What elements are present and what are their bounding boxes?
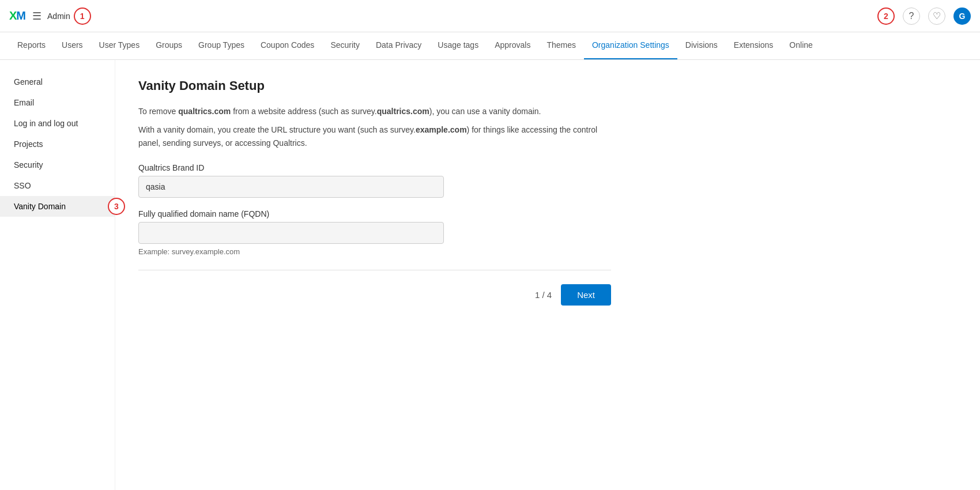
badge-3: 3 [108, 198, 125, 215]
sidebar-item-login-logout[interactable]: Log in and log out [0, 113, 115, 134]
tab-security[interactable]: Security [322, 32, 368, 60]
tab-coupon-codes[interactable]: Coupon Codes [252, 32, 322, 60]
tab-approvals[interactable]: Approvals [487, 32, 538, 60]
tab-themes[interactable]: Themes [538, 32, 584, 60]
brand-id-label: Qualtrics Brand ID [138, 163, 611, 172]
tab-group-types[interactable]: Group Types [190, 32, 252, 60]
xm-logo-text: XM [9, 9, 25, 22]
fqdn-label: Fully qualified domain name (FQDN) [138, 209, 611, 218]
next-button[interactable]: Next [561, 284, 611, 306]
nav-tabs: Reports Users User Types Groups Group Ty… [0, 32, 980, 60]
topbar: XM ☰ Admin 1 2 ? ♡ G [0, 0, 980, 32]
sidebar-item-sso[interactable]: SSO [0, 175, 115, 196]
tab-data-privacy[interactable]: Data Privacy [368, 32, 429, 60]
bell-icon[interactable]: ♡ [928, 7, 945, 25]
sidebar: General Email Log in and log out Project… [0, 60, 115, 490]
fqdn-hint: Example: survey.example.com [138, 247, 611, 256]
tab-reports[interactable]: Reports [9, 32, 54, 60]
badge-1: 1 [74, 7, 91, 25]
sidebar-item-security[interactable]: Security [0, 154, 115, 175]
tab-divisions[interactable]: Divisions [677, 32, 726, 60]
content-area: Vanity Domain Setup To remove qualtrics.… [115, 60, 634, 490]
topbar-right: 2 ? ♡ G [877, 7, 971, 25]
brand-id-input[interactable] [138, 176, 444, 198]
description-1: To remove qualtrics.com from a website a… [138, 105, 611, 118]
fqdn-group: Fully qualified domain name (FQDN) Examp… [138, 209, 611, 256]
help-icon[interactable]: ? [903, 7, 920, 25]
description-2: With a vanity domain, you create the URL… [138, 123, 611, 149]
section-divider [138, 270, 611, 270]
admin-label: Admin [47, 12, 70, 21]
tab-usage-tags[interactable]: Usage tags [429, 32, 487, 60]
sidebar-item-projects[interactable]: Projects [0, 134, 115, 154]
logo[interactable]: XM [9, 9, 25, 22]
hamburger-icon[interactable]: ☰ [32, 10, 42, 22]
tab-online[interactable]: Online [781, 32, 820, 60]
avatar[interactable]: G [953, 7, 971, 25]
tab-user-types[interactable]: User Types [91, 32, 148, 60]
page-title: Vanity Domain Setup [138, 78, 611, 93]
sidebar-item-email[interactable]: Email [0, 92, 115, 113]
tab-organization-settings[interactable]: Organization Settings [584, 32, 677, 60]
badge-2: 2 [877, 7, 895, 25]
sidebar-item-vanity-domain[interactable]: Vanity Domain 3 [0, 196, 115, 217]
main-layout: General Email Log in and log out Project… [0, 60, 980, 490]
pagination-row: 1 / 4 Next [138, 284, 611, 306]
tab-extensions[interactable]: Extensions [726, 32, 781, 60]
page-indicator: 1 / 4 [535, 290, 552, 300]
sidebar-item-general[interactable]: General [0, 71, 115, 92]
brand-id-group: Qualtrics Brand ID [138, 163, 611, 198]
tab-groups[interactable]: Groups [148, 32, 190, 60]
tab-users[interactable]: Users [54, 32, 91, 60]
fqdn-input[interactable] [138, 222, 444, 244]
